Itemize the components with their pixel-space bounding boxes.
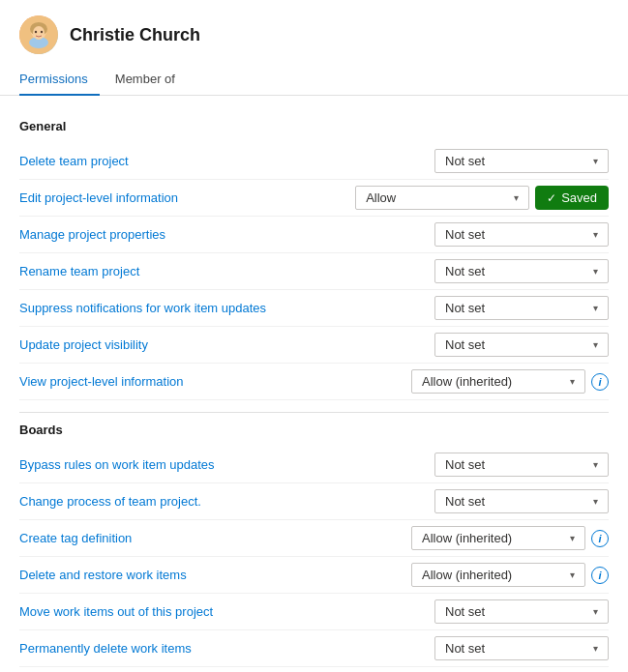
permission-row: Change process of team project. Not set … [19,483,609,520]
permission-dropdown[interactable]: Not set ▾ [434,333,609,357]
section-title-boards: Boards [19,423,609,437]
permission-dropdown[interactable]: Allow (inherited) ▾ [411,369,585,394]
content-area: General Delete team project Not set ▾ Ed… [0,96,628,672]
permission-row: Edit project-level information Allow ▾ ✓… [19,180,609,217]
permission-label: Delete and restore work items [19,568,411,582]
permission-dropdown[interactable]: Not set ▾ [434,296,609,320]
permission-controls: Not set ▾ [434,333,609,357]
permission-controls: Not set ▾ [434,599,609,624]
chevron-down-icon: ▾ [593,606,598,617]
permission-label: Suppress notifications for work item upd… [19,301,434,315]
permission-controls: Not set ▾ [434,149,609,173]
chevron-down-icon: ▾ [570,376,575,387]
permission-label: Permanently delete work items [19,641,434,656]
permission-row: Move work items out of this project Not … [19,594,609,630]
permission-row: Delete and restore work items Allow (inh… [19,557,609,594]
user-name: Christie Church [70,25,200,45]
chevron-down-icon: ▾ [593,496,598,507]
permission-controls: Not set ▾ [434,489,609,513]
permission-label: Create tag definition [19,531,411,545]
permission-dropdown[interactable]: Not set ▾ [434,599,609,624]
permission-label: Delete team project [19,154,434,168]
permission-label: Rename team project [19,264,434,278]
permission-row: Suppress notifications for work item upd… [19,290,609,327]
permission-dropdown[interactable]: Allow (inherited) ▾ [411,563,585,587]
check-icon: ✓ [547,191,556,205]
chevron-down-icon: ▾ [593,156,598,166]
permission-row: Permanently delete work items Not set ▾ [19,630,609,667]
permission-dropdown[interactable]: Allow ▾ [355,186,529,210]
svg-point-6 [41,31,43,33]
dropdown-value: Allow (inherited) [422,568,512,582]
chevron-down-icon: ▾ [514,192,519,203]
permission-dropdown[interactable]: Not set ▾ [434,636,609,660]
dropdown-value: Not set [445,301,485,315]
section-title-general: General [19,119,609,133]
permission-label: Move work items out of this project [19,604,434,619]
header: Christie Church [0,0,628,64]
permission-label: Manage project properties [19,227,434,242]
dropdown-value: Not set [445,604,485,619]
permission-dropdown[interactable]: Not set ▾ [434,489,609,513]
chevron-down-icon: ▾ [593,339,598,350]
permission-controls: Not set ▾ [434,453,609,477]
svg-point-5 [35,31,37,33]
permission-controls: Not set ▾ [434,296,609,320]
chevron-down-icon: ▾ [570,570,575,580]
chevron-down-icon: ▾ [593,303,598,313]
permission-controls: Not set ▾ [434,259,609,283]
avatar [19,15,58,54]
permission-dropdown[interactable]: Not set ▾ [434,453,609,477]
permission-controls: Not set ▾ [434,636,609,660]
section-divider [19,412,609,413]
tabs-bar: Permissions Member of [0,64,628,96]
permission-controls: Allow ▾ ✓ Saved [355,186,609,210]
dropdown-value: Not set [445,227,485,242]
permission-controls: Allow (inherited) ▾ i [411,526,609,550]
dropdown-value: Not set [445,154,485,168]
dropdown-value: Not set [445,457,485,472]
permission-row: Update project visibility Not set ▾ [19,327,609,364]
permission-label: View project-level information [19,374,411,389]
permission-controls: Allow (inherited) ▾ i [411,369,609,394]
dropdown-value: Not set [445,337,485,352]
dropdown-value: Not set [445,641,485,656]
permission-label: Bypass rules on work item updates [19,457,434,472]
tab-member-of[interactable]: Member of [115,64,187,96]
chevron-down-icon: ▾ [593,266,598,277]
info-icon[interactable]: i [591,373,609,391]
permission-row: View project-level information Allow (in… [19,364,609,400]
dropdown-value: Allow (inherited) [422,374,512,389]
saved-badge: ✓ Saved [535,186,609,210]
svg-point-4 [33,26,45,40]
permission-row: Rename team project Not set ▾ [19,253,609,290]
chevron-down-icon: ▾ [593,643,598,654]
permission-row: Manage project properties Not set ▾ [19,217,609,253]
permission-label: Edit project-level information [19,190,355,205]
tab-permissions[interactable]: Permissions [19,64,100,96]
permission-controls: Allow (inherited) ▾ i [411,563,609,587]
info-icon[interactable]: i [591,530,609,547]
dropdown-value: Not set [445,264,485,278]
info-icon[interactable]: i [591,567,609,584]
permission-label: Update project visibility [19,337,434,352]
saved-label: Saved [561,190,597,205]
permission-row: Delete team project Not set ▾ [19,143,609,180]
dropdown-value: Allow (inherited) [422,531,512,545]
permission-controls: Not set ▾ [434,222,609,247]
permission-dropdown[interactable]: Allow (inherited) ▾ [411,526,585,550]
permission-label: Change process of team project. [19,494,434,509]
chevron-down-icon: ▾ [593,459,598,470]
permission-dropdown[interactable]: Not set ▾ [434,149,609,173]
chevron-down-icon: ▾ [593,229,598,240]
dropdown-value: Not set [445,494,485,509]
permission-row: Bypass rules on work item updates Not se… [19,447,609,483]
permission-dropdown[interactable]: Not set ▾ [434,259,609,283]
dropdown-value: Allow [366,190,396,205]
chevron-down-icon: ▾ [570,533,575,543]
permission-row: Create tag definition Allow (inherited) … [19,520,609,557]
permission-dropdown[interactable]: Not set ▾ [434,222,609,247]
